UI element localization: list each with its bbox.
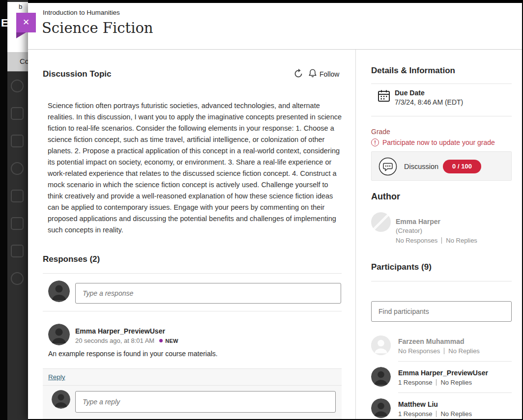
author-name: Emma Harper [396, 218, 440, 225]
grade-score-pill: 0 / 100 [443, 160, 481, 173]
ghost-icon [11, 135, 24, 147]
author-role: (Creator) [396, 227, 422, 234]
participants-heading: Participants (9) [371, 262, 432, 272]
reply-user-avatar [52, 390, 70, 409]
underlay-page: b Co [7, 0, 28, 420]
participant-responses-count: No Responses [398, 347, 440, 355]
response-input[interactable] [75, 283, 341, 304]
reply-input[interactable] [75, 391, 336, 413]
ghost-icon [11, 272, 24, 285]
ghost-icon [11, 217, 24, 230]
discussion-topic-heading: Discussion Topic [43, 69, 112, 79]
refresh-icon [293, 69, 303, 80]
divider [371, 84, 512, 84]
close-button-fold [16, 32, 26, 38]
refresh-button[interactable] [293, 69, 303, 80]
grade-label: Grade [371, 128, 390, 136]
discussion-panel: Introduction to Humanities Science Ficti… [28, 3, 522, 419]
follow-button[interactable]: Follow [309, 69, 339, 79]
divider [398, 392, 512, 393]
discussion-chat-icon [378, 157, 397, 178]
participant-stats: No Responses No Replies [398, 347, 480, 355]
author-stats: No Responses No Replies [396, 237, 477, 244]
divider [371, 116, 512, 116]
app-sidebar [0, 0, 7, 420]
ghost-icon [11, 245, 24, 257]
response-author-avatar [48, 324, 70, 345]
grade-item-label: Discussion [404, 163, 438, 170]
participant-responses-count: 1 Response [398, 410, 432, 418]
grade-card[interactable]: Discussion 0 / 100 [371, 151, 512, 181]
divider [398, 361, 512, 362]
app-logo-letter: E [1, 17, 8, 29]
grade-warning: ! Participate now to update your grade [371, 139, 495, 146]
participant-avatar [371, 367, 391, 387]
response-meta: 20 seconds ago, at 8:01 AM NEW [75, 337, 178, 344]
stat-divider [436, 411, 436, 417]
participant-name: Matthew Liu [398, 400, 438, 408]
underlay-tab-content: Co [7, 52, 28, 72]
reply-link[interactable]: Reply [48, 373, 65, 381]
author-avatar [371, 212, 391, 232]
reply-section: Reply [43, 368, 342, 419]
find-participants-input[interactable] [371, 301, 512, 322]
ghost-icon [11, 107, 24, 120]
current-user-avatar [48, 280, 70, 302]
participant-replies-count: No Replies [440, 379, 472, 386]
calendar-icon [378, 89, 390, 104]
ghost-icon [11, 80, 24, 92]
participant-avatar [371, 398, 391, 418]
reply-link-row: Reply [43, 369, 342, 386]
screen: E b Co Introduction to Humanities Scienc… [0, 0, 523, 420]
panel-header: Introduction to Humanities Science Ficti… [28, 3, 522, 50]
participant-stats: 1 Response No Replies [398, 410, 472, 418]
due-date-value: 7/3/24, 8:46 AM (EDT) [395, 98, 463, 106]
participant-name: Farzeen Muhammad [398, 337, 465, 345]
stat-divider [441, 237, 442, 244]
author-responses-count: No Responses [396, 237, 437, 244]
response-timestamp: 20 seconds ago, at 8:01 AM [75, 337, 154, 344]
due-date-label: Due Date [395, 89, 425, 97]
participant-name: Emma Harper_PreviewUser [398, 369, 488, 377]
course-name: Introduction to Humanities [43, 9, 120, 16]
participant-avatar [371, 336, 391, 355]
follow-label: Follow [320, 70, 339, 78]
author-replies-count: No Replies [446, 237, 477, 244]
discussion-topic-body: Science fiction often portrays futuristi… [48, 100, 343, 236]
response-body: An example response is found in your cou… [48, 350, 218, 358]
divider [371, 281, 512, 281]
divider [43, 273, 342, 274]
underlay-breadcrumb-fragment: b [19, 3, 22, 10]
new-badge: NEW [165, 338, 178, 344]
ghost-icon [11, 190, 24, 202]
participant-responses-count: 1 Response [398, 379, 432, 386]
stat-divider [444, 348, 444, 354]
ghost-icon [11, 162, 24, 175]
author-heading: Author [371, 192, 400, 202]
warning-icon: ! [371, 139, 379, 146]
grade-warning-text: Participate now to update your grade [382, 139, 495, 146]
divider [43, 311, 342, 311]
close-button[interactable]: ✕ [16, 13, 36, 32]
response-author-name: Emma Harper_PreviewUser [75, 327, 165, 335]
participant-replies-count: No Replies [448, 347, 480, 355]
participant-replies-count: No Replies [440, 410, 472, 418]
responses-heading: Responses (2) [43, 254, 100, 264]
page-title: Science Fiction [42, 20, 153, 36]
new-indicator-dot [159, 339, 163, 342]
stat-divider [436, 379, 436, 386]
participant-stats: 1 Response No Replies [398, 379, 472, 386]
bell-icon [309, 69, 317, 79]
details-heading: Details & Information [371, 66, 455, 76]
column-divider [355, 50, 356, 419]
